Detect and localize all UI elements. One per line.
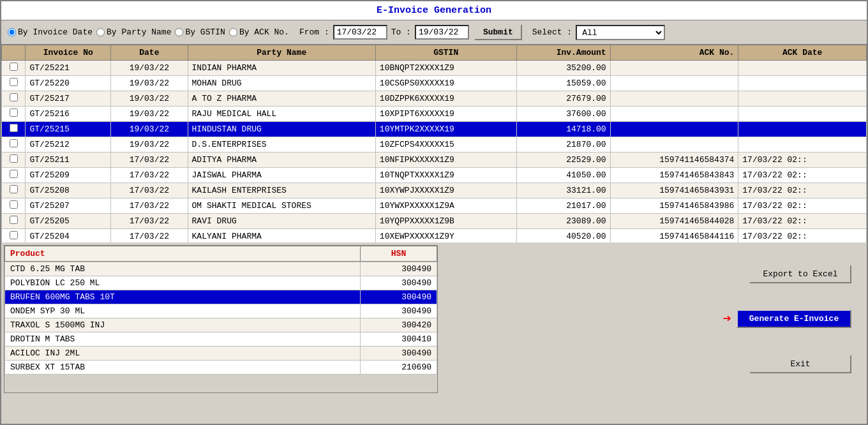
row-checkbox[interactable] [2, 198, 26, 214]
toolbar: By Invoice Date By Party Name By GSTIN B… [1, 20, 867, 45]
row-checkbox[interactable] [2, 91, 26, 107]
export-excel-button[interactable]: Export to Excel [749, 265, 851, 283]
table-row[interactable]: GT/25207 17/03/22 OM SHAKTI MEDICAL STOR… [2, 198, 867, 214]
inv-amount: 40520.00 [516, 229, 610, 243]
row-checkbox[interactable] [2, 153, 26, 168]
product-row[interactable]: DROTIN M TABS 300410 [5, 332, 437, 347]
invoice-no: GT/25217 [26, 91, 111, 107]
radio-by-ack-no[interactable]: By ACK No. [229, 27, 289, 37]
radio-by-invoice-date[interactable]: By Invoice Date [8, 27, 93, 37]
radio-by-party-name[interactable]: By Party Name [96, 27, 171, 37]
generate-einvoice-button[interactable]: Generate E-Invoice [737, 309, 851, 328]
table-row[interactable]: GT/25217 19/03/22 A TO Z PHARMA 10DZPPK6… [2, 91, 867, 107]
inv-amount: 27679.00 [516, 91, 610, 107]
party-name: D.S.ENTERPRISES [188, 137, 375, 153]
inv-amount: 33121.00 [516, 183, 610, 198]
product-table-body: CTD 6.25 MG TAB 300490 POLYBION LC 250 M… [4, 262, 437, 375]
col-header-date: Date [111, 45, 188, 61]
gstin: 10TNQPTXXXXX1Z9 [375, 168, 516, 183]
row-checkbox[interactable] [2, 122, 26, 137]
table-row[interactable]: GT/25209 17/03/22 JAISWAL PHARMA 10TNQPT… [2, 168, 867, 183]
radio-by-gstin[interactable]: By GSTIN [175, 27, 225, 37]
table-row[interactable]: GT/25205 17/03/22 RAVI DRUG 10YQPPXXXXX1… [2, 214, 867, 229]
invoice-date: 19/03/22 [111, 122, 188, 137]
row-checkbox[interactable] [2, 183, 26, 198]
row-checkbox[interactable] [2, 76, 26, 91]
invoice-date: 19/03/22 [111, 107, 188, 122]
row-checkbox[interactable] [2, 168, 26, 183]
col-header-ack-no: ACK No. [610, 45, 738, 61]
inv-amount: 37600.00 [516, 107, 610, 122]
ack-no [610, 137, 738, 153]
product-row[interactable]: BRUFEN 600MG TABS 10T 300490 [5, 290, 437, 304]
table-row[interactable]: GT/25221 19/03/22 INDIAN PHARMA 10BNQPT2… [2, 61, 867, 76]
invoice-no: GT/25212 [26, 137, 111, 153]
inv-amount: 15059.00 [516, 76, 610, 91]
product-row[interactable]: POLYBION LC 250 ML 300490 [5, 276, 437, 290]
table-row[interactable]: GT/25215 19/03/22 HINDUSTAN DRUG 10YMTPK… [2, 122, 867, 137]
table-row[interactable]: GT/25211 17/03/22 ADITYA PHARMA 10NFIPKX… [2, 153, 867, 168]
product-name: SURBEX XT 15TAB [5, 361, 361, 375]
submit-button[interactable]: Submit [474, 24, 522, 40]
invoice-table-wrapper: Invoice No Date Party Name GSTIN Inv.Amo… [1, 45, 867, 242]
to-date-input[interactable] [415, 25, 469, 40]
row-checkbox[interactable] [2, 107, 26, 122]
from-label: From : [299, 27, 329, 37]
col-header-party-name: Party Name [188, 45, 375, 61]
ack-date: 17/03/22 02:: [738, 214, 867, 229]
party-name: JAISWAL PHARMA [188, 168, 375, 183]
date-range-group: From : To : [299, 25, 469, 40]
invoice-no: GT/25209 [26, 168, 111, 183]
row-checkbox[interactable] [2, 229, 26, 243]
title-bar: E-Invoice Generation [1, 1, 867, 20]
hsn-code: 210690 [361, 361, 437, 375]
ack-date: 17/03/22 02:: [738, 153, 867, 168]
product-name: ONDEM SYP 30 ML [5, 304, 361, 318]
party-name: KALYANI PHARMA [188, 229, 375, 243]
from-date-input[interactable] [333, 25, 387, 40]
row-checkbox[interactable] [2, 61, 26, 76]
hsn-code: 300490 [361, 290, 437, 304]
table-row[interactable]: GT/25220 19/03/22 MOHAN DRUG 10CSGPS0XXX… [2, 76, 867, 91]
product-row[interactable]: SURBEX XT 15TAB 210690 [5, 361, 437, 375]
invoice-no: GT/25215 [26, 122, 111, 137]
gstin: 10XEWPXXXXX1Z9Y [375, 229, 516, 243]
invoice-no: GT/25205 [26, 214, 111, 229]
gstin: 10DZPPK6XXXXX19 [375, 91, 516, 107]
row-checkbox[interactable] [2, 214, 26, 229]
exit-button[interactable]: Exit [749, 355, 851, 373]
ack-date: 17/03/22 02:: [738, 168, 867, 183]
product-row[interactable]: ONDEM SYP 30 ML 300490 [5, 304, 437, 318]
invoice-no: GT/25211 [26, 153, 111, 168]
col-header-gstin: GSTIN [375, 45, 516, 61]
inv-amount: 22529.00 [516, 153, 610, 168]
ack-no: 159741465844116 [610, 229, 738, 243]
invoice-date: 17/03/22 [111, 214, 188, 229]
to-label: To : [391, 27, 411, 37]
col-header-check [2, 45, 26, 61]
ack-no: 159741465843986 [610, 198, 738, 214]
row-checkbox[interactable] [2, 137, 26, 153]
ack-date: 17/03/22 02:: [738, 229, 867, 243]
table-row[interactable]: GT/25204 17/03/22 KALYANI PHARMA 10XEWPX… [2, 229, 867, 243]
product-row[interactable]: TRAXOL S 1500MG INJ 300420 [5, 318, 437, 332]
product-row[interactable]: CTD 6.25 MG TAB 300490 [5, 262, 437, 276]
col-header-hsn: HSN [361, 246, 437, 262]
gstin: 10XPIPT6XXXXX19 [375, 107, 516, 122]
product-name: BRUFEN 600MG TABS 10T [5, 290, 361, 304]
select-dropdown[interactable]: All Pending Done [576, 25, 665, 40]
product-scroll[interactable]: CTD 6.25 MG TAB 300490 POLYBION LC 250 M… [4, 262, 437, 392]
filter-radio-group: By Invoice Date By Party Name By GSTIN B… [8, 27, 289, 37]
inv-amount: 14718.00 [516, 122, 610, 137]
table-row[interactable]: GT/25212 19/03/22 D.S.ENTERPRISES 10ZFCP… [2, 137, 867, 153]
product-row[interactable]: ACILOC INJ 2ML 300490 [5, 347, 437, 361]
col-header-ack-date: ACK Date [738, 45, 867, 61]
party-name: KAILASH ENTERPRISES [188, 183, 375, 198]
right-buttons-panel: Export to Excel ➔ Generate E-Invoice Exi… [443, 245, 864, 393]
table-row[interactable]: GT/25208 17/03/22 KAILASH ENTERPRISES 10… [2, 183, 867, 198]
table-row[interactable]: GT/25216 19/03/22 RAJU MEDICAL HALL 10XP… [2, 107, 867, 122]
party-name: MOHAN DRUG [188, 76, 375, 91]
ack-no: 159741465843843 [610, 168, 738, 183]
hsn-code: 300490 [361, 304, 437, 318]
col-header-product: Product [5, 246, 361, 262]
